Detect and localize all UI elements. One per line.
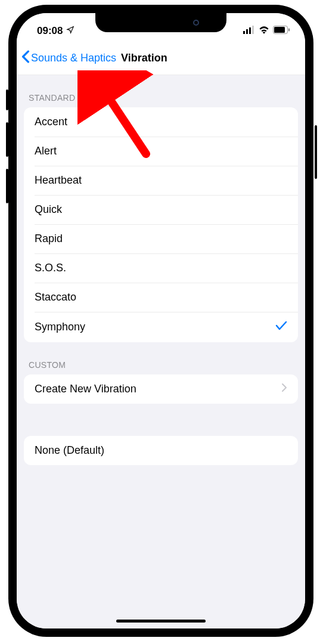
list-item-label: S.O.S. xyxy=(35,262,66,274)
list-item-label: Rapid xyxy=(35,233,63,245)
screen: 09:08 xyxy=(17,13,305,628)
svg-rect-0 xyxy=(243,31,245,34)
cellular-signal-icon xyxy=(243,25,255,37)
svg-rect-5 xyxy=(274,27,285,33)
vibration-option-staccato[interactable]: Staccato xyxy=(24,283,298,312)
back-button[interactable]: Sounds & Haptics xyxy=(21,50,116,66)
list-item-label: Heartbeat xyxy=(35,174,82,187)
battery-icon xyxy=(273,25,290,37)
list-item-label: Accent xyxy=(35,116,67,128)
front-camera-icon xyxy=(193,20,199,26)
list-item-label: Symphony xyxy=(35,321,85,333)
section-header-custom: CUSTOM xyxy=(17,342,305,374)
list-item-label: Quick xyxy=(35,203,62,216)
vibration-option-rapid[interactable]: Rapid xyxy=(24,224,298,253)
location-arrow-icon xyxy=(66,25,74,37)
back-label: Sounds & Haptics xyxy=(31,52,116,64)
chevron-right-icon xyxy=(281,383,287,395)
svg-rect-3 xyxy=(252,26,254,34)
notch xyxy=(95,13,226,32)
side-power-button xyxy=(315,125,317,179)
content-area: STANDARD Accent Alert Heartbeat Quick Ra… xyxy=(17,75,305,628)
svg-rect-2 xyxy=(249,27,251,34)
wifi-icon xyxy=(259,25,269,37)
status-time: 09:08 xyxy=(37,25,63,37)
list-group-custom: Create New Vibration xyxy=(24,374,298,404)
checkmark-icon xyxy=(275,320,287,334)
nav-bar: Sounds & Haptics Vibration xyxy=(17,42,305,75)
svg-rect-6 xyxy=(288,29,290,32)
vibration-option-sos[interactable]: S.O.S. xyxy=(24,253,298,283)
list-item-label: Staccato xyxy=(35,291,76,304)
svg-rect-1 xyxy=(246,29,248,34)
page-title: Vibration xyxy=(121,52,167,64)
vibration-option-quick[interactable]: Quick xyxy=(24,195,298,224)
section-header-none xyxy=(17,404,305,436)
create-new-vibration-button[interactable]: Create New Vibration xyxy=(24,374,298,404)
list-group-none: None (Default) xyxy=(24,436,298,465)
vibration-option-accent[interactable]: Accent xyxy=(24,107,298,137)
list-item-label: Create New Vibration xyxy=(35,383,136,395)
vibration-option-none[interactable]: None (Default) xyxy=(24,436,298,465)
chevron-left-icon xyxy=(21,50,30,66)
vibration-option-heartbeat[interactable]: Heartbeat xyxy=(24,166,298,195)
section-header-standard: STANDARD xyxy=(17,75,305,107)
vibration-option-symphony[interactable]: Symphony xyxy=(24,312,298,342)
list-group-standard: Accent Alert Heartbeat Quick Rapid S.O.S… xyxy=(24,107,298,342)
vibration-option-alert[interactable]: Alert xyxy=(24,137,298,166)
phone-frame: 09:08 xyxy=(8,5,313,637)
list-item-label: None (Default) xyxy=(35,444,104,457)
home-indicator[interactable] xyxy=(116,620,206,623)
list-item-label: Alert xyxy=(35,145,57,157)
